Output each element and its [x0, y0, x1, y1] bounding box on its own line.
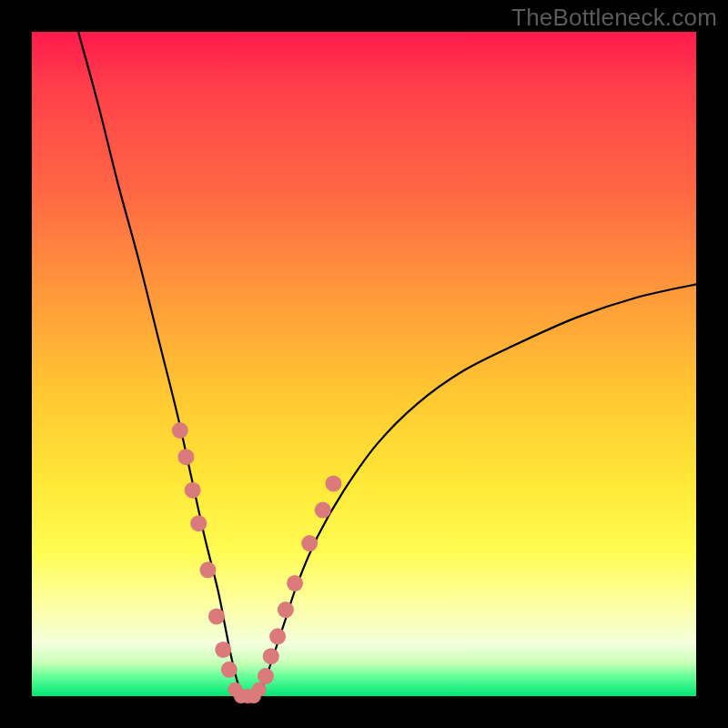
- bead-dot: [221, 662, 238, 678]
- bead-dot: [269, 628, 286, 644]
- bead-dot: [325, 475, 341, 491]
- bead-dot: [199, 561, 216, 578]
- bead-dot: [258, 668, 274, 684]
- bead-dot: [185, 482, 201, 499]
- plot-area: [32, 32, 696, 696]
- bead-dot: [172, 422, 188, 439]
- watermark-text: TheBottleneck.com: [511, 4, 717, 32]
- bottleneck-curve: [78, 32, 696, 697]
- bead-dot: [278, 602, 294, 618]
- bead-dot: [287, 575, 303, 592]
- bead-dot: [315, 502, 331, 519]
- bead-dot: [208, 608, 225, 624]
- bead-dot: [215, 642, 231, 658]
- bead-dot: [263, 648, 279, 664]
- curve-svg: [32, 32, 696, 696]
- outer-frame: TheBottleneck.com: [0, 0, 728, 728]
- bead-dot: [252, 682, 267, 697]
- bead-dot: [301, 535, 318, 551]
- bead-group: [172, 422, 342, 703]
- bead-dot: [177, 449, 194, 465]
- bead-dot: [190, 515, 207, 531]
